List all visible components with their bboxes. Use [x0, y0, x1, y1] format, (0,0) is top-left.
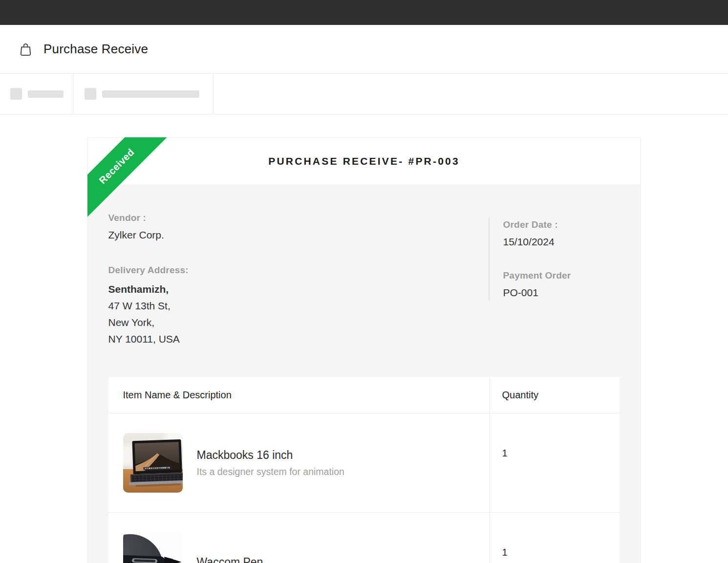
- document-info: Vendor : Zylker Corp. Delivery Address: …: [108, 213, 620, 347]
- order-date-value: 15/10/2024: [503, 236, 616, 248]
- item-name: Waccom Pen: [197, 556, 263, 563]
- document-title: PURCHASE RECEIVE- #PR-003: [268, 155, 460, 167]
- payment-order-label: Payment Order: [503, 270, 616, 281]
- delivery-address: Senthamizh, 47 W 13th St, New York, NY 1…: [108, 281, 489, 347]
- toolbar-button-placeholder-1[interactable]: [0, 74, 73, 114]
- skeleton-icon: [10, 88, 22, 100]
- column-header-quantity-label: Quantity: [502, 390, 538, 401]
- items-table-header: Item Name & Description Quantity: [108, 377, 620, 413]
- quantity-cell: 1: [490, 513, 620, 563]
- quantity-cell: 1: [490, 413, 620, 512]
- delivery-address-line: 47 W 13th St,: [108, 298, 489, 314]
- order-date-label: Order Date :: [503, 219, 616, 230]
- status-ribbon: Received: [87, 137, 171, 220]
- item-text: Mackbooks 16 inch Its a designer system …: [197, 449, 344, 477]
- macbook-photo: [123, 433, 183, 493]
- status-ribbon-corner: Received: [87, 137, 174, 224]
- item-cell: Mackbooks 16 inch Its a designer system …: [108, 413, 490, 512]
- table-row: Mackbooks 16 inch Its a designer system …: [108, 413, 620, 513]
- wacom-pen-photo: [123, 532, 183, 563]
- order-details: Order Date : 15/10/2024 Payment Order PO…: [489, 217, 616, 301]
- document-body: Vendor : Zylker Corp. Delivery Address: …: [88, 185, 641, 563]
- delivery-address-line: New York,: [108, 314, 489, 331]
- delivery-address-label: Delivery Address:: [108, 265, 489, 276]
- skeleton-icon: [85, 88, 96, 100]
- column-header-item: Item Name & Description: [108, 377, 490, 413]
- payment-order-block: Payment Order PO-001: [503, 270, 616, 299]
- page-header: Purchase Receive: [0, 25, 728, 73]
- column-header-quantity: Quantity: [490, 377, 620, 413]
- payment-order-value: PO-001: [503, 287, 616, 299]
- items-table: Item Name & Description Quantity: [108, 377, 620, 563]
- item-name: Mackbooks 16 inch: [197, 449, 344, 462]
- browser-chrome-bar: [0, 0, 728, 25]
- skeleton-label: [102, 90, 199, 98]
- skeleton-label: [28, 90, 64, 98]
- toolbar: [0, 73, 728, 114]
- delivery-address-line: Senthamizh,: [108, 281, 489, 298]
- delivery-address-block: Delivery Address: Senthamizh, 47 W 13th …: [108, 265, 489, 347]
- page-title: Purchase Receive: [43, 42, 148, 57]
- table-row: Waccom Pen 1: [108, 513, 620, 563]
- toolbar-button-placeholder-2[interactable]: [73, 74, 214, 114]
- column-header-item-label: Item Name & Description: [123, 390, 232, 401]
- vendor-delivery-column: Vendor : Zylker Corp. Delivery Address: …: [108, 213, 489, 347]
- order-details-column: Order Date : 15/10/2024 Payment Order PO…: [489, 213, 620, 347]
- purchase-receive-document: Received PURCHASE RECEIVE- #PR-003 Vendo…: [87, 137, 641, 563]
- item-text: Waccom Pen: [197, 556, 263, 563]
- shopping-bag-icon: [20, 43, 32, 56]
- vendor-name: Zylker Corp.: [108, 229, 489, 241]
- item-description: Its a designer system for animation: [197, 466, 344, 477]
- item-cell: Waccom Pen: [108, 513, 490, 563]
- delivery-address-line: NY 10011, USA: [108, 331, 489, 347]
